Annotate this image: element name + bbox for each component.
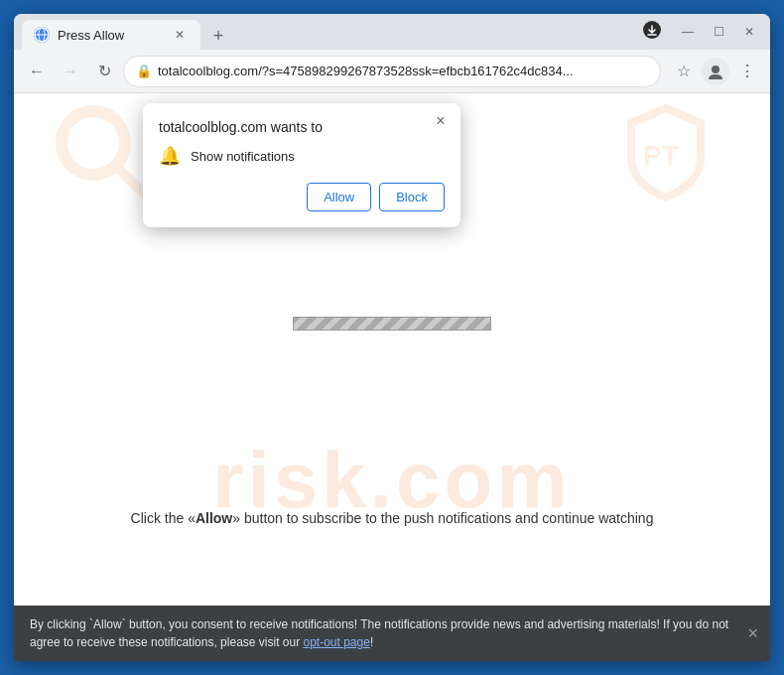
toolbar-right: ☆ ⋮	[669, 57, 762, 86]
progress-bar	[293, 317, 491, 331]
reload-button[interactable]: ↻	[89, 57, 119, 86]
risk-watermark: risk.com	[212, 435, 571, 526]
shield-watermark: PT	[621, 103, 711, 206]
footer-text-before: By clicking `Allow` button, you consent …	[30, 617, 728, 649]
active-tab[interactable]: Press Allow ✕	[22, 20, 200, 50]
tab-close-button[interactable]: ✕	[171, 26, 189, 44]
opt-out-link[interactable]: opt-out page	[303, 635, 369, 649]
footer-close-button[interactable]: ×	[747, 620, 758, 647]
page-content: PT Click the «Allow» button to subscribe…	[14, 93, 770, 606]
notification-popup: × totalcoolblog.com wants to 🔔 Show noti…	[143, 103, 460, 227]
url-text: totalcoolblog.com/?s=475898299267873528s…	[158, 64, 648, 78]
svg-line-7	[116, 166, 143, 193]
back-button[interactable]: ←	[22, 57, 52, 86]
bell-icon: 🔔	[159, 145, 181, 167]
new-tab-button[interactable]: +	[204, 22, 232, 50]
menu-button[interactable]: ⋮	[732, 57, 762, 86]
svg-point-5	[712, 66, 719, 73]
forward-button[interactable]: →	[56, 57, 85, 86]
close-button[interactable]: ✕	[736, 23, 762, 41]
allow-button[interactable]: Allow	[307, 183, 371, 211]
popup-notification-row: 🔔 Show notifications	[159, 145, 445, 167]
footer-text-after: !	[370, 635, 373, 649]
minimize-button[interactable]: —	[674, 23, 702, 41]
block-button[interactable]: Block	[379, 183, 445, 211]
tab-favicon	[34, 27, 50, 43]
magnifier-watermark	[54, 103, 153, 216]
progress-bar-container	[293, 317, 491, 331]
profile-button[interactable]	[702, 58, 729, 85]
svg-text:PT: PT	[643, 140, 679, 171]
maximize-button[interactable]: ☐	[706, 23, 732, 41]
popup-close-button[interactable]: ×	[431, 111, 451, 131]
download-icon	[642, 20, 662, 40]
address-bar[interactable]: 🔒 totalcoolblog.com/?s=47589829926787352…	[123, 56, 661, 87]
lock-icon: 🔒	[136, 64, 152, 78]
title-bar: Press Allow ✕ + — ☐ ✕	[14, 14, 770, 50]
footer-bar: By clicking `Allow` button, you consent …	[14, 606, 770, 661]
tab-title: Press Allow	[58, 28, 163, 43]
popup-buttons: Allow Block	[159, 183, 445, 211]
toolbar: ← → ↻ 🔒 totalcoolblog.com/?s=47589829926…	[14, 50, 770, 93]
popup-title: totalcoolblog.com wants to	[159, 119, 445, 135]
popup-notification-text: Show notifications	[191, 149, 295, 164]
tabs-area: Press Allow ✕ +	[22, 14, 642, 50]
browser-window: Press Allow ✕ + — ☐ ✕ ← →	[14, 14, 770, 661]
bookmark-icon[interactable]: ☆	[669, 57, 699, 86]
window-controls: — ☐ ✕	[642, 20, 762, 44]
